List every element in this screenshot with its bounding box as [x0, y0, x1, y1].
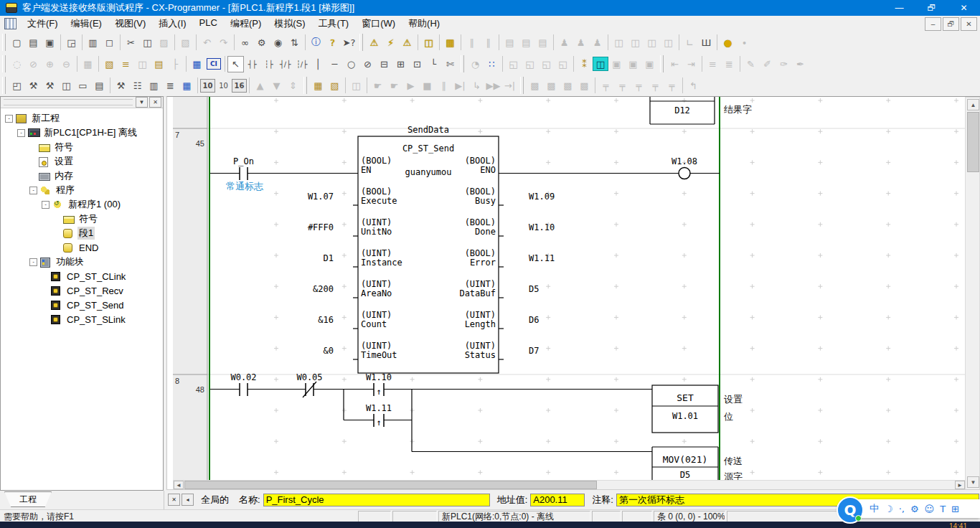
- fb-pin-timeout[interactable]: TimeOut: [361, 350, 397, 360]
- tree-item--1[interactable]: 段1: [1, 226, 163, 240]
- fb-operand-status[interactable]: D7: [529, 346, 539, 356]
- mov-comment-1[interactable]: 传送: [723, 456, 743, 466]
- fb-pin-en[interactable]: EN: [361, 165, 371, 175]
- symbol-name-field[interactable]: P_First_Cycle: [263, 494, 490, 506]
- differential-monitor-4-button[interactable]: ▩: [576, 77, 593, 94]
- align-top-button[interactable]: ≡: [705, 55, 721, 72]
- zoom-select-button[interactable]: ◌: [9, 55, 25, 72]
- show-grid-button[interactable]: ▦: [80, 55, 96, 72]
- io-multiview-button[interactable]: ⁑: [576, 55, 593, 72]
- properties-button[interactable]: ▤: [91, 77, 108, 94]
- tree-item-cp_st_slink[interactable]: CP_ST_SLink: [1, 312, 163, 326]
- workspace-collapse-button[interactable]: ▼: [136, 97, 148, 108]
- mdi-restore-button[interactable]: 🗗: [943, 17, 959, 31]
- new-closed-contact-button[interactable]: ┤∕├: [277, 55, 293, 72]
- tree-expander[interactable]: -: [29, 258, 37, 266]
- find-warning-button[interactable]: ⚠: [399, 34, 415, 51]
- menu-8[interactable]: 工具(T): [312, 16, 356, 32]
- set-comment-1[interactable]: 设置: [724, 394, 743, 405]
- window-monitor-3-button[interactable]: ◫: [644, 34, 660, 51]
- cross-reference-button[interactable]: ⚒: [113, 77, 129, 94]
- new-closed-coil-button[interactable]: ⊘: [359, 55, 376, 72]
- close-button[interactable]: ✕: [948, 0, 980, 16]
- online-edit-cancel-button[interactable]: ♟: [589, 34, 606, 51]
- fb-operand-done[interactable]: W1.10: [529, 222, 555, 232]
- tree-item-cp_st_recv[interactable]: CP_ST_Recv: [1, 283, 163, 298]
- menu-9[interactable]: 窗口(W): [355, 16, 402, 32]
- scroll-left-button[interactable]: ◄: [174, 481, 184, 489]
- full-half-width-moon-icon[interactable]: ☽: [885, 504, 893, 514]
- fb-pin-status[interactable]: Status: [465, 350, 496, 360]
- tree-item--1-00-[interactable]: -新程序1 (00): [1, 197, 163, 212]
- tree-item-cp_st_clink[interactable]: CP_ST_CLink: [1, 269, 163, 283]
- force-on-button[interactable]: ✎: [743, 55, 759, 72]
- program-check-3-button[interactable]: ▤: [534, 34, 551, 51]
- change-all-button[interactable]: ⇅: [286, 34, 303, 51]
- window-view-2-button[interactable]: ▣: [608, 55, 625, 72]
- tree-item--[interactable]: 设置: [1, 154, 163, 169]
- menu-5[interactable]: PLC: [193, 16, 224, 32]
- comment-result-word[interactable]: 结果字: [724, 104, 752, 115]
- toolbar-grip[interactable]: [461, 55, 464, 72]
- set-comment-2[interactable]: 位: [724, 411, 733, 422]
- mdi-minimize-button[interactable]: –: [925, 17, 941, 31]
- menu-7[interactable]: 模拟(S): [268, 16, 311, 32]
- context-help-button[interactable]: ➤?: [341, 34, 357, 51]
- set-value-button[interactable]: ⇕: [285, 77, 301, 94]
- transfer-warning-button[interactable]: ◫: [420, 34, 437, 51]
- tab-project[interactable]: 工程: [4, 491, 52, 507]
- operand-d12[interactable]: D12: [674, 105, 690, 116]
- new-contact-button[interactable]: ┤├: [244, 55, 260, 72]
- show-rung-annotations-button[interactable]: ≡: [118, 55, 134, 72]
- set-value-down-button[interactable]: ▼: [268, 77, 285, 94]
- new-closed-or-contact-button[interactable]: ┆∕├: [293, 55, 310, 72]
- delete-tool-button[interactable]: ✄: [442, 55, 458, 72]
- toolbar-grip[interactable]: [2, 34, 6, 51]
- set-timer-counter-3-button[interactable]: ╤: [631, 77, 647, 94]
- mdi-document-icon[interactable]: [4, 18, 17, 29]
- rung8-step[interactable]: 48: [196, 385, 204, 394]
- toolbar-grip[interactable]: [2, 77, 6, 94]
- replace-button[interactable]: ⚙: [253, 34, 270, 51]
- transfer-to-plc-button[interactable]: ▦: [310, 77, 326, 94]
- toolbar-grip[interactable]: [520, 77, 524, 94]
- toolbar-grip[interactable]: [2, 55, 6, 72]
- fb-header-senddata[interactable]: SendData: [407, 125, 449, 135]
- contact-w1-11[interactable]: W1.11: [366, 403, 392, 413]
- mdi-close-button[interactable]: ✕: [961, 17, 977, 31]
- contact-p-on-comment[interactable]: 常通标志: [226, 181, 263, 192]
- menu-4[interactable]: 插入(I): [152, 16, 192, 32]
- new-vertical-button[interactable]: │: [310, 55, 326, 72]
- copy-button[interactable]: ◫: [139, 34, 156, 51]
- program-check-1-button[interactable]: ▤: [501, 34, 518, 51]
- symbol-bar-shrink-button[interactable]: ◂: [182, 494, 194, 506]
- emoji-icon[interactable]: ☺: [925, 504, 935, 514]
- skin-shirt-icon[interactable]: T: [940, 504, 946, 514]
- return-jump-button[interactable]: ↰: [685, 77, 702, 94]
- fb-operand-instance[interactable]: D1: [324, 253, 334, 263]
- force-cancel-button[interactable]: ✑: [776, 55, 792, 72]
- set-value-up-button[interactable]: ▲: [252, 77, 268, 94]
- zoom-out-button[interactable]: ⊖: [58, 55, 75, 72]
- window-highlight-button[interactable]: ◫: [593, 57, 608, 71]
- watch-window-1-button[interactable]: ◱: [505, 55, 522, 72]
- compare-with-plc-button[interactable]: ◫: [348, 77, 364, 94]
- workspace-close-button[interactable]: ✕: [149, 97, 161, 108]
- minimize-button[interactable]: —: [883, 0, 915, 16]
- outdent-rung-button[interactable]: ⇤: [666, 55, 683, 72]
- monitor-in-rung-button[interactable]: ◫: [134, 55, 151, 72]
- tree-item--[interactable]: -程序: [1, 183, 163, 197]
- output-window-button[interactable]: ≣: [162, 77, 179, 94]
- fb-pin-areano[interactable]: AreaNo: [361, 288, 392, 298]
- scan-run-button[interactable]: →|: [501, 77, 518, 94]
- tree-item--[interactable]: -功能块: [1, 255, 163, 269]
- zoom-region-button[interactable]: ⊘: [25, 55, 42, 72]
- fb-pin-error[interactable]: Error: [470, 258, 496, 268]
- rung8-number[interactable]: 8: [175, 377, 179, 385]
- vscroll-thumb[interactable]: [967, 112, 979, 172]
- view-diagrams-button[interactable]: ◫: [58, 77, 75, 94]
- run-button[interactable]: ▶: [402, 77, 419, 94]
- continuous-step-button[interactable]: ▶▶: [485, 77, 501, 94]
- monitor-hex-button[interactable]: 16: [232, 79, 247, 93]
- io-table-button[interactable]: ▦: [179, 77, 195, 94]
